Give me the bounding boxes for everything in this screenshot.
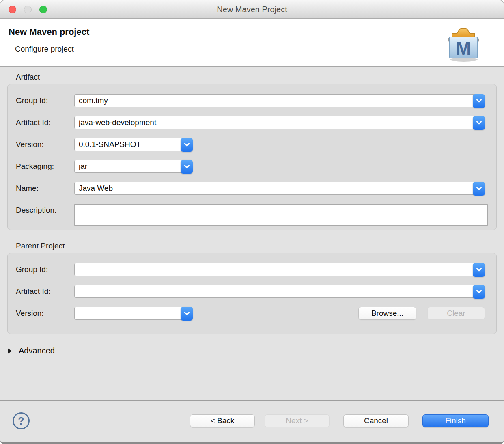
- artifact-name-combo: [74, 182, 485, 195]
- artifact-artifact-id-combo: [74, 116, 485, 129]
- cancel-button[interactable]: Cancel: [343, 414, 409, 427]
- artifact-name-label: Name:: [16, 184, 74, 193]
- artifact-artifact-id-input[interactable]: [75, 116, 485, 129]
- parent-version-label: Version:: [16, 309, 74, 318]
- artifact-version-label: Version:: [16, 140, 74, 149]
- triangle-right-icon: [8, 348, 12, 354]
- question-mark-icon: ?: [18, 415, 24, 427]
- parent-version-input[interactable]: [75, 307, 194, 319]
- new-maven-project-dialog: New Maven Project New Maven project Conf…: [0, 0, 504, 444]
- parent-group-id-row: Group Id:: [16, 263, 485, 276]
- artifact-artifact-id-row: Artifact Id:: [16, 116, 485, 129]
- maven-logo-icon: M: [443, 24, 483, 64]
- maven-logo-letter: M: [456, 38, 471, 59]
- artifact-packaging-input[interactable]: [75, 160, 194, 172]
- artifact-packaging-row: Packaging:: [16, 160, 485, 173]
- page-subtitle: Configure project: [15, 45, 74, 54]
- artifact-name-dropdown-button[interactable]: [473, 182, 485, 196]
- parent-artifact-id-dropdown-button[interactable]: [473, 285, 485, 299]
- parent-project-section-legend: Parent Project: [16, 241, 504, 250]
- artifact-group-id-row: Group Id:: [16, 94, 485, 107]
- wizard-buttons: < Back Next > Cancel Finish: [190, 414, 489, 427]
- parent-project-group-box: Group Id: Artifact Id:: [7, 253, 497, 334]
- chevron-down-icon: [476, 121, 482, 125]
- back-button[interactable]: < Back: [190, 414, 255, 427]
- finish-button[interactable]: Finish: [422, 414, 489, 427]
- clear-button[interactable]: Clear: [427, 307, 485, 320]
- parent-version-dropdown-button[interactable]: [181, 307, 193, 321]
- wizard-content: Artifact Group Id: Artifact Id:: [0, 67, 504, 400]
- window-title: New Maven Project: [0, 0, 504, 19]
- chevron-down-icon: [476, 99, 482, 103]
- chevron-down-icon: [476, 268, 482, 272]
- next-button[interactable]: Next >: [265, 414, 330, 427]
- artifact-name-input[interactable]: [75, 182, 485, 194]
- artifact-group-id-dropdown-button[interactable]: [473, 94, 485, 108]
- advanced-label: Advanced: [19, 346, 55, 356]
- parent-group-id-combo: [74, 263, 485, 276]
- parent-artifact-id-label: Artifact Id:: [16, 287, 74, 296]
- artifact-packaging-dropdown-button[interactable]: [181, 160, 193, 174]
- page-title: New Maven project: [9, 27, 89, 37]
- parent-version-row: Version: Browse... Clear: [16, 307, 485, 320]
- artifact-group-id-combo: [74, 94, 485, 107]
- artifact-group-id-label: Group Id:: [16, 96, 74, 105]
- parent-version-combo: [74, 307, 193, 320]
- artifact-version-row: Version:: [16, 138, 485, 151]
- advanced-disclosure[interactable]: Advanced: [8, 346, 504, 356]
- help-button[interactable]: ?: [13, 412, 30, 429]
- wizard-header: New Maven project Configure project M: [0, 19, 504, 67]
- chevron-down-icon: [476, 187, 482, 191]
- browse-button[interactable]: Browse...: [358, 307, 416, 320]
- artifact-artifact-id-label: Artifact Id:: [16, 118, 74, 127]
- chevron-down-icon: [184, 165, 190, 169]
- parent-group-id-dropdown-button[interactable]: [473, 263, 485, 277]
- chevron-down-icon: [184, 312, 190, 316]
- artifact-description-input[interactable]: [74, 204, 488, 226]
- parent-artifact-id-combo: [74, 285, 485, 298]
- artifact-version-dropdown-button[interactable]: [181, 138, 193, 152]
- artifact-packaging-combo: [74, 160, 193, 173]
- artifact-description-row: Description:: [16, 204, 488, 226]
- parent-artifact-id-input[interactable]: [75, 285, 485, 297]
- artifact-group-box: Group Id: Artifact Id:: [7, 84, 497, 230]
- artifact-description-label: Description:: [16, 204, 74, 217]
- artifact-version-combo: [74, 138, 193, 151]
- button-bar: ? < Back Next > Cancel Finish: [0, 400, 504, 442]
- artifact-group-id-input[interactable]: [75, 95, 485, 107]
- artifact-version-input[interactable]: [75, 138, 194, 151]
- parent-group-id-input[interactable]: [75, 263, 485, 276]
- parent-group-id-label: Group Id:: [16, 265, 74, 274]
- artifact-name-row: Name:: [16, 182, 485, 195]
- chevron-down-icon: [184, 143, 190, 147]
- artifact-packaging-label: Packaging:: [16, 162, 74, 171]
- parent-artifact-id-row: Artifact Id:: [16, 285, 485, 298]
- artifact-artifact-id-dropdown-button[interactable]: [473, 116, 485, 130]
- artifact-section-legend: Artifact: [16, 73, 504, 82]
- title-bar: New Maven Project: [0, 0, 504, 19]
- chevron-down-icon: [476, 290, 482, 294]
